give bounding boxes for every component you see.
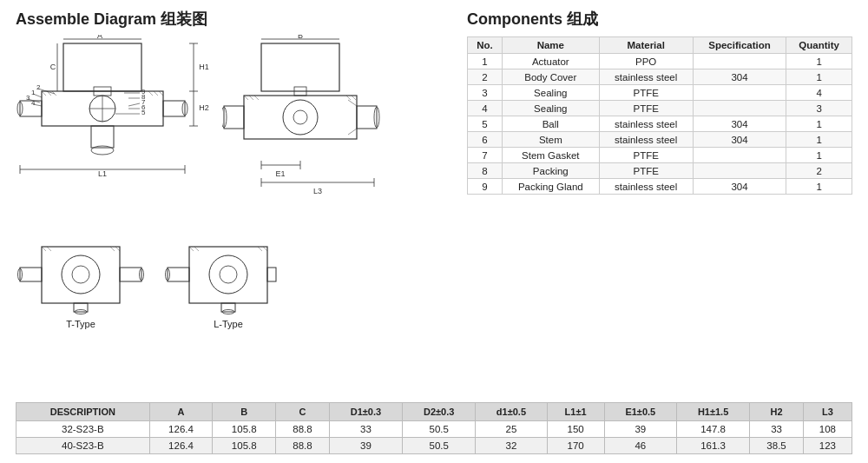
lower-diagrams: T-Type: [16, 229, 450, 329]
svg-line-68: [352, 96, 356, 100]
svg-line-101: [263, 247, 267, 251]
comp-cell-no: 5: [468, 116, 503, 132]
spec-col-header: H2: [750, 403, 804, 421]
col-no: No.: [468, 37, 503, 54]
svg-line-62: [348, 100, 357, 106]
comp-cell-name: Body Cover: [503, 69, 600, 85]
spec-cell-L3: 123: [803, 438, 852, 454]
spec-cell-D2: 50.5: [403, 421, 476, 438]
comp-cell-qty: 1: [786, 116, 852, 132]
comp-cell-spec: [693, 85, 786, 101]
comp-cell-qty: 3: [786, 101, 852, 116]
comp-table-row: 9Packing Glandstainless steel3041: [468, 179, 852, 195]
comp-cell-material: stainless steel: [599, 69, 693, 85]
spec-col-header: D1±0.3: [329, 403, 402, 421]
spec-cell-B: 105.8: [213, 438, 276, 454]
comp-cell-qty: 1: [786, 179, 852, 195]
comp-cell-name: Packing Gland: [503, 179, 600, 195]
comp-cell-qty: 4: [786, 85, 852, 101]
comp-cell-spec: [693, 148, 786, 163]
comp-table-row: 2Body Coverstainless steel3041: [468, 69, 852, 85]
spec-cell-D1: 33: [329, 421, 402, 438]
svg-point-57: [293, 110, 307, 124]
svg-point-78: [62, 255, 100, 294]
comp-cell-no: 6: [468, 132, 503, 148]
svg-text:5: 5: [141, 109, 146, 116]
comp-cell-name: Stem: [503, 132, 600, 148]
comp-cell-material: stainless steel: [599, 116, 693, 132]
t-type-diagram: T-Type: [16, 229, 146, 329]
comp-cell-name: Stem Gasket: [503, 148, 600, 163]
comp-cell-no: 3: [468, 85, 503, 101]
comp-cell-name: Actuator: [503, 54, 600, 69]
comp-cell-material: PTFE: [599, 163, 693, 179]
l-type-label: L-Type: [163, 319, 293, 329]
comp-table-row: 6Stemstainless steel3041: [468, 132, 852, 148]
comp-cell-material: PTFE: [599, 85, 693, 101]
svg-rect-93: [168, 268, 189, 281]
svg-rect-58: [224, 106, 244, 129]
spec-col-header: L3: [803, 403, 852, 421]
comp-cell-name: Packing: [503, 163, 600, 179]
diagram-title: Assemble Diagram 组装图: [16, 9, 450, 30]
spec-col-header: L1±1: [547, 403, 604, 421]
comp-cell-material: PPO: [599, 54, 693, 69]
svg-line-65: [249, 96, 253, 100]
comp-cell-qty: 1: [786, 148, 852, 163]
l-type-diagram: L-Type: [163, 229, 293, 329]
comp-table-header-row: No. Name Material Specification Quantity: [468, 37, 852, 54]
svg-text:3: 3: [26, 94, 30, 102]
comp-cell-spec: 304: [693, 132, 786, 148]
svg-rect-7: [163, 101, 185, 116]
spec-cell-D2: 50.5: [403, 438, 476, 454]
spec-cell-C: 88.8: [276, 438, 330, 454]
col-qty: Quantity: [786, 37, 852, 54]
comp-cell-no: 1: [468, 54, 503, 69]
spec-cell-L1: 150: [547, 421, 604, 438]
svg-text:H1: H1: [199, 63, 209, 71]
components-title: Components 组成: [467, 9, 852, 30]
components-table: No. Name Material Specification Quantity…: [467, 36, 852, 195]
comp-cell-spec: 304: [693, 69, 786, 85]
comp-table-row: 8PackingPTFE2: [468, 163, 852, 179]
svg-point-79: [72, 266, 89, 283]
spec-section: DESCRIPTIONABCD1±0.3D2±0.3d1±0.5L1±1E1±0…: [16, 402, 852, 454]
svg-line-49: [154, 91, 158, 96]
svg-rect-51: [261, 43, 339, 91]
comp-cell-spec: [693, 163, 786, 179]
comp-cell-spec: [693, 54, 786, 69]
spec-col-header: H1±1.5: [676, 403, 749, 421]
spec-table-row: 32-S23-B126.4105.888.83350.52515039147.8…: [16, 421, 852, 438]
comp-cell-no: 9: [468, 179, 503, 195]
comp-cell-name: Sealing: [503, 101, 600, 116]
comp-table-row: 4SealingPTFE3: [468, 101, 852, 116]
svg-rect-59: [357, 106, 377, 129]
svg-rect-14: [91, 126, 114, 148]
front-view-diagram: B: [222, 35, 413, 226]
t-type-label: T-Type: [16, 319, 146, 329]
comp-cell-spec: 304: [693, 116, 786, 132]
comp-cell-qty: 1: [786, 132, 852, 148]
svg-line-67: [346, 96, 351, 100]
comp-cell-material: PTFE: [599, 148, 693, 163]
svg-line-50: [159, 91, 163, 96]
spec-cell-E1: 46: [604, 438, 676, 454]
svg-text:E1: E1: [275, 169, 285, 178]
svg-point-56: [283, 100, 318, 135]
svg-text:L1: L1: [98, 169, 107, 178]
spec-cell-B: 105.8: [213, 421, 276, 438]
spec-cell-A: 126.4: [149, 438, 213, 454]
spec-table-row: 40-S23-B126.4105.888.83950.53217046161.3…: [16, 438, 852, 454]
svg-line-23: [128, 103, 140, 106]
comp-cell-name: Sealing: [503, 85, 600, 101]
comp-cell-no: 4: [468, 101, 503, 116]
svg-line-100: [258, 247, 262, 251]
comp-cell-no: 8: [468, 163, 503, 179]
spec-cell-H1: 161.3: [676, 438, 749, 454]
comp-cell-material: PTFE: [599, 101, 693, 116]
upper-diagrams: A C: [16, 35, 450, 226]
spec-cell-L3: 108: [803, 421, 852, 438]
spec-col-header: DESCRIPTION: [16, 403, 150, 421]
side-view-diagram: A C: [16, 35, 215, 226]
svg-text:H2: H2: [199, 103, 209, 112]
